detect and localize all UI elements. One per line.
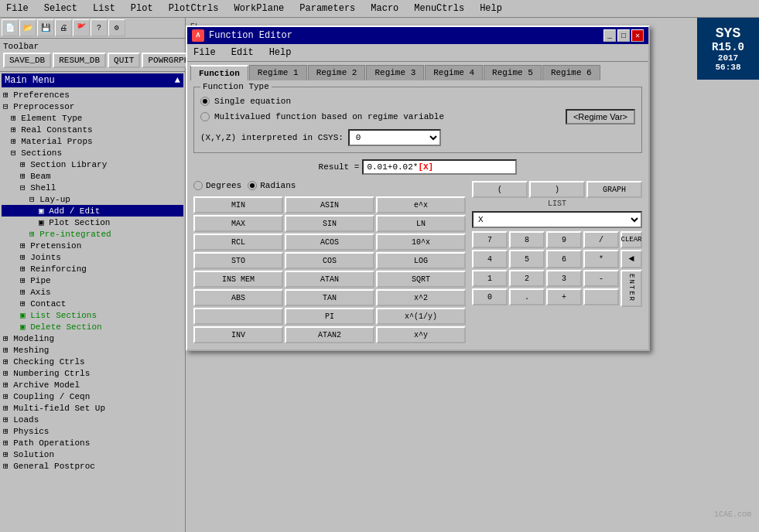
regime-var-button[interactable]: <Regime Var> bbox=[566, 109, 635, 124]
tree-element-type[interactable]: ⊞ Element Type bbox=[2, 112, 183, 124]
btn-tan[interactable]: TAN bbox=[285, 289, 374, 306]
close-button[interactable]: ✕ bbox=[631, 29, 644, 42]
btn-add[interactable]: + bbox=[546, 288, 582, 305]
tab-regime4[interactable]: Regime 4 bbox=[425, 65, 483, 80]
resum-db-button[interactable]: RESUM_DB bbox=[53, 53, 106, 68]
menu-plotctrls[interactable]: PlotCtrls bbox=[166, 2, 222, 15]
tree-archive-model[interactable]: ⊞ Archive Model bbox=[2, 379, 183, 390]
menu-plot[interactable]: Plot bbox=[128, 2, 156, 15]
dialog-menu-edit[interactable]: Edit bbox=[228, 46, 257, 60]
tree-solution[interactable]: ⊞ Solution bbox=[2, 448, 183, 460]
btn-paren-close[interactable]: ) bbox=[529, 181, 585, 198]
tab-regime3[interactable]: Regime 3 bbox=[366, 65, 424, 80]
btn-enter[interactable]: ENTER bbox=[621, 270, 642, 307]
btn-log[interactable]: LOG bbox=[376, 252, 466, 269]
tree-pre-integrated[interactable]: ⊞ Pre-integrated bbox=[2, 228, 183, 240]
btn-ex[interactable]: e^x bbox=[376, 196, 466, 213]
tree-checking-ctrls[interactable]: ⊞ Checking Ctrls bbox=[2, 356, 183, 367]
btn-min[interactable]: MIN bbox=[193, 196, 283, 213]
tree-multi-field[interactable]: ⊞ Multi-field Set Up bbox=[2, 402, 183, 414]
tree-preferences[interactable]: ⊞ Preferences bbox=[2, 89, 183, 101]
tab-regime5[interactable]: Regime 5 bbox=[484, 65, 542, 80]
flag-icon[interactable]: 🚩 bbox=[73, 19, 90, 36]
csys-select[interactable]: 0 bbox=[348, 129, 441, 146]
btn-abs[interactable]: ABS bbox=[193, 289, 283, 306]
degrees-option[interactable]: Degrees bbox=[193, 181, 241, 190]
tree-general-postproc[interactable]: ⊞ General Postproc bbox=[2, 460, 183, 472]
tree-plot-section[interactable]: ▣ Plot Section bbox=[2, 217, 183, 228]
tree-meshing[interactable]: ⊞ Meshing bbox=[2, 344, 183, 356]
btn-atan[interactable]: ATAN bbox=[285, 271, 374, 288]
btn-10x[interactable]: 10^x bbox=[376, 234, 466, 251]
btn-0[interactable]: 0 bbox=[472, 288, 508, 305]
radians-radio[interactable] bbox=[248, 181, 257, 190]
tree-section-library[interactable]: ⊞ Section Library bbox=[2, 159, 183, 170]
tree-pretension[interactable]: ⊞ Pretension bbox=[2, 240, 183, 251]
quit-button[interactable]: QUIT bbox=[108, 53, 140, 68]
btn-x2[interactable]: x^2 bbox=[376, 289, 466, 306]
btn-acos[interactable]: ACOS bbox=[285, 234, 374, 251]
tab-regime1[interactable]: Regime 1 bbox=[249, 65, 307, 80]
maximize-button[interactable]: □ bbox=[617, 29, 630, 42]
btn-backspace[interactable]: ◄ bbox=[621, 250, 642, 268]
save-db-button[interactable]: SAVE_DB bbox=[3, 53, 51, 68]
menu-list[interactable]: List bbox=[90, 2, 118, 15]
btn-sqrt[interactable]: SQRT bbox=[376, 271, 466, 288]
dialog-menu-help[interactable]: Help bbox=[266, 46, 295, 60]
btn-8[interactable]: 8 bbox=[509, 231, 545, 248]
tool-icon[interactable]: ⚙ bbox=[108, 19, 125, 36]
btn-clear[interactable]: CLEAR bbox=[621, 231, 642, 248]
tree-physics[interactable]: ⊞ Physics bbox=[2, 425, 183, 437]
menu-select[interactable]: Select bbox=[41, 2, 80, 15]
btn-1[interactable]: 1 bbox=[472, 270, 508, 287]
btn-4[interactable]: 4 bbox=[472, 250, 508, 268]
degrees-radio[interactable] bbox=[193, 181, 203, 190]
menu-macro[interactable]: Macro bbox=[368, 2, 402, 15]
btn-rcl[interactable]: RCL bbox=[193, 234, 283, 251]
btn-9[interactable]: 9 bbox=[546, 231, 582, 248]
dialog-menu-file[interactable]: File bbox=[190, 46, 219, 60]
btn-ln[interactable]: LN bbox=[376, 215, 466, 232]
tree-shell[interactable]: ⊟ Shell bbox=[2, 182, 183, 193]
btn-3[interactable]: 3 bbox=[546, 270, 582, 287]
tree-loads[interactable]: ⊞ Loads bbox=[2, 414, 183, 425]
tree-material-props[interactable]: ⊞ Material Props bbox=[2, 135, 183, 147]
tree-axis[interactable]: ⊞ Axis bbox=[2, 286, 183, 298]
collapse-icon[interactable]: ▲ bbox=[175, 75, 180, 86]
save-icon[interactable]: 💾 bbox=[37, 19, 54, 36]
tree-beam[interactable]: ⊞ Beam bbox=[2, 170, 183, 182]
tree-coupling[interactable]: ⊞ Coupling / Ceqn bbox=[2, 390, 183, 402]
tree-numbering-ctrls[interactable]: ⊞ Numbering Ctrls bbox=[2, 367, 183, 379]
help-icon[interactable]: ? bbox=[91, 19, 108, 36]
btn-dot[interactable]: . bbox=[509, 288, 545, 305]
btn-max[interactable]: MAX bbox=[193, 215, 283, 232]
tree-contact[interactable]: ⊞ Contact bbox=[2, 298, 183, 309]
btn-2[interactable]: 2 bbox=[509, 270, 545, 287]
btn-div[interactable]: / bbox=[583, 231, 619, 248]
btn-inv[interactable]: INV bbox=[193, 326, 283, 343]
tree-sections[interactable]: ⊟ Sections bbox=[2, 147, 183, 159]
btn-sin[interactable]: SIN bbox=[285, 215, 374, 232]
x-var-select[interactable]: X bbox=[472, 211, 642, 228]
tree-pipe[interactable]: ⊞ Pipe bbox=[2, 275, 183, 286]
tree-add-edit[interactable]: ▣ Add / Edit bbox=[2, 205, 183, 217]
open-icon[interactable]: 📂 bbox=[19, 19, 36, 36]
new-icon[interactable]: 📄 bbox=[2, 19, 19, 36]
tree-list-sections[interactable]: ▣ List Sections bbox=[2, 309, 183, 321]
btn-pi[interactable]: PI bbox=[285, 308, 374, 325]
btn-sto[interactable]: STO bbox=[193, 252, 283, 269]
btn-sub[interactable]: - bbox=[583, 270, 619, 287]
btn-xy[interactable]: x^y bbox=[376, 326, 466, 343]
tree-delete-section[interactable]: ▣ Delete Section bbox=[2, 321, 183, 332]
radians-option[interactable]: Radians bbox=[248, 181, 296, 190]
btn-graph[interactable]: GRAPH bbox=[586, 181, 642, 198]
btn-paren-open[interactable]: ( bbox=[472, 181, 528, 198]
tab-function[interactable]: Function bbox=[190, 65, 248, 80]
tree-reinforcing[interactable]: ⊞ Reinforcing bbox=[2, 263, 183, 275]
minimize-button[interactable]: _ bbox=[603, 29, 616, 42]
tab-regime6[interactable]: Regime 6 bbox=[542, 65, 600, 80]
btn-7[interactable]: 7 bbox=[472, 231, 508, 248]
print-icon[interactable]: 🖨 bbox=[55, 19, 72, 36]
btn-mul[interactable]: * bbox=[583, 250, 619, 268]
result-field[interactable]: 0.01+0.02*[X] bbox=[362, 159, 517, 175]
